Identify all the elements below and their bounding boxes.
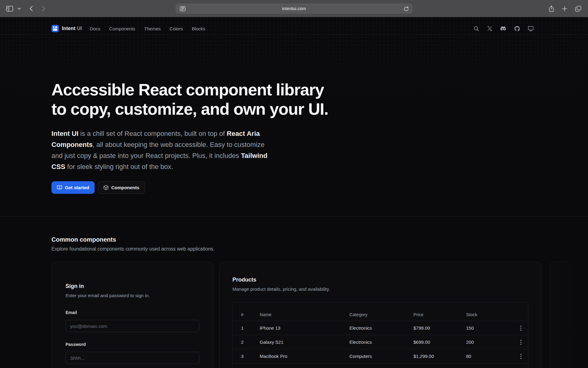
site-navbar: IntentUI DocsComponentsThemesColorsBlock… bbox=[0, 17, 588, 35]
reload-icon[interactable] bbox=[404, 6, 409, 12]
share-icon[interactable] bbox=[549, 6, 554, 12]
book-open-icon bbox=[57, 185, 62, 190]
table-cell: MacBook Pro bbox=[260, 354, 349, 359]
table-cell: 150 bbox=[466, 325, 518, 331]
back-icon[interactable] bbox=[29, 6, 33, 11]
email-label: Email bbox=[66, 310, 77, 315]
hero-description: Intent UI is a chill set of React compon… bbox=[51, 128, 267, 172]
cube-icon bbox=[104, 185, 108, 190]
column-header[interactable]: Price bbox=[413, 312, 466, 317]
new-tab-icon[interactable] bbox=[562, 6, 567, 11]
browser-chrome: intentui.com bbox=[0, 0, 588, 17]
table-cell: $1,299.00 bbox=[413, 354, 466, 359]
password-field[interactable] bbox=[66, 352, 199, 364]
email-field[interactable] bbox=[66, 320, 199, 332]
products-table: #NameCategoryPriceStock1iPhone 13Electro… bbox=[232, 302, 528, 368]
table-cell: 2 bbox=[241, 339, 260, 345]
row-menu-button[interactable] bbox=[518, 339, 528, 345]
brand-name-primary: Intent bbox=[62, 26, 75, 31]
table-cell: 200 bbox=[466, 339, 518, 345]
url-text: intentui.com bbox=[282, 6, 306, 11]
products-description: Manage product details, pricing, and ava… bbox=[232, 286, 330, 292]
brand-name-secondary: UI bbox=[77, 26, 82, 31]
nav-link-components[interactable]: Components bbox=[109, 26, 135, 31]
row-menu-button[interactable] bbox=[518, 325, 528, 331]
column-header[interactable]: Stock bbox=[466, 312, 518, 317]
hero-title: Accessible React component library to co… bbox=[51, 80, 328, 119]
table-cell: Computers bbox=[349, 354, 413, 359]
column-header[interactable]: Category bbox=[349, 312, 413, 317]
tabs-overview-icon[interactable] bbox=[575, 6, 581, 12]
table-cell: Electronics bbox=[349, 325, 413, 331]
page-content: IntentUI DocsComponentsThemesColorsBlock… bbox=[0, 17, 588, 368]
table-row[interactable]: 1iPhone 13Electronics$799.00150 bbox=[233, 321, 528, 335]
ellipsis-vertical-icon bbox=[520, 325, 522, 331]
signin-description: Enter your email and password to sign in… bbox=[66, 293, 150, 298]
table-row[interactable]: 2Galaxy S21Electronics$699.00200 bbox=[233, 335, 528, 349]
sidebar-icon[interactable] bbox=[6, 6, 13, 12]
chevron-down-icon[interactable] bbox=[17, 8, 21, 10]
table-cell: 3 bbox=[241, 354, 260, 359]
table-row[interactable]: 3MacBook ProComputers$1,299.0080 bbox=[233, 349, 528, 363]
get-started-button[interactable]: Get started bbox=[51, 181, 95, 194]
table-cell: $699.00 bbox=[413, 339, 466, 345]
column-header[interactable]: # bbox=[241, 312, 260, 317]
table-cell: 80 bbox=[466, 354, 518, 359]
table-header-row: #NameCategoryPriceStock bbox=[233, 303, 528, 321]
section-title: Common components bbox=[51, 236, 116, 243]
discord-icon[interactable] bbox=[500, 26, 506, 31]
nav-link-themes[interactable]: Themes bbox=[144, 26, 161, 31]
section-divider bbox=[0, 216, 588, 217]
table-cell: Galaxy S21 bbox=[260, 339, 349, 345]
ellipsis-vertical-icon bbox=[520, 339, 522, 345]
table-cell: Electronics bbox=[349, 339, 413, 345]
forward-icon[interactable] bbox=[42, 6, 45, 11]
nav-link-colors[interactable]: Colors bbox=[170, 26, 183, 31]
search-icon[interactable] bbox=[474, 26, 479, 31]
products-title: Products bbox=[232, 277, 256, 283]
nav-link-docs[interactable]: Docs bbox=[90, 26, 100, 31]
reader-icon[interactable] bbox=[180, 6, 186, 11]
address-bar[interactable]: intentui.com bbox=[176, 4, 412, 13]
password-label: Password bbox=[66, 342, 86, 347]
ellipsis-vertical-icon bbox=[520, 354, 522, 359]
nav-link-blocks[interactable]: Blocks bbox=[192, 26, 205, 31]
table-cell: iPhone 13 bbox=[260, 325, 349, 331]
intent-ui-logo-icon bbox=[51, 25, 59, 32]
brand[interactable]: IntentUI bbox=[51, 25, 82, 32]
nav-links: DocsComponentsThemesColorsBlocks bbox=[90, 26, 205, 31]
github-icon[interactable] bbox=[514, 26, 520, 31]
theme-display-icon[interactable] bbox=[528, 26, 533, 31]
signin-title: Sign in bbox=[66, 283, 84, 289]
table-cell: $799.00 bbox=[413, 325, 466, 331]
components-button[interactable]: Components bbox=[98, 181, 145, 194]
table-cell: 1 bbox=[241, 325, 260, 331]
section-subtitle: Explore foundational components commonly… bbox=[51, 246, 215, 252]
products-card: Products Manage product details, pricing… bbox=[219, 262, 541, 368]
row-menu-button[interactable] bbox=[518, 354, 528, 359]
peek-card bbox=[550, 262, 588, 368]
x-twitter-icon[interactable] bbox=[487, 26, 492, 31]
signin-card: Sign in Enter your email and password to… bbox=[51, 262, 213, 368]
table-row[interactable]: 4Dell XPS 13Accessories$999.0050 bbox=[233, 363, 528, 368]
column-header[interactable]: Name bbox=[260, 312, 349, 317]
